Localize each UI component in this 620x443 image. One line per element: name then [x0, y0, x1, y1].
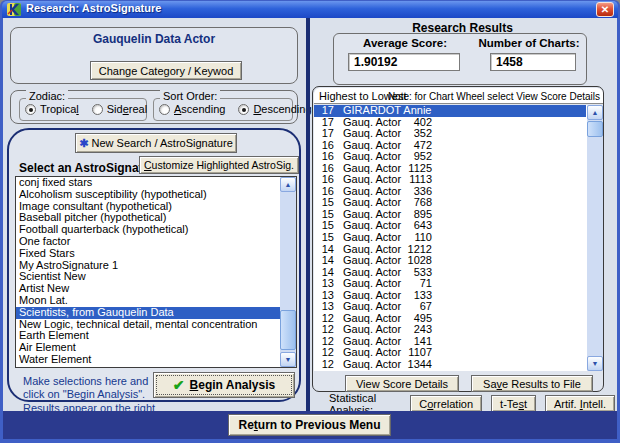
zodiac-sort-groupbox: Zodiac: TropicalSidereal Sort Order: Asc…: [10, 90, 298, 124]
sort-order-label: Sort Order:: [160, 90, 220, 102]
radio-sort-ascending[interactable]: Ascending: [159, 103, 225, 115]
astrosignature-listbox[interactable]: conj fixed starsAlcoholism susceptibilit…: [15, 176, 297, 368]
dialog-body: Gauquelin Data Actor Change Category / K…: [3, 18, 617, 411]
bottom-bar: Return to Previous Menu: [3, 411, 617, 439]
radio-zodiac-sidereal[interactable]: Sidereal: [92, 103, 147, 115]
app-icon: [7, 3, 21, 16]
result-score: 14: [314, 255, 334, 267]
number-of-charts-label: Number of Charts:: [474, 37, 584, 49]
results-scrollbar[interactable]: ▲ ▼: [587, 105, 603, 371]
astrosig-list-item[interactable]: Water Element: [16, 354, 280, 366]
panel-divider: [306, 18, 310, 411]
result-row[interactable]: 14Gauq. Actor1028: [314, 255, 586, 267]
begin-analysis-button[interactable]: ✔Begin Analysis: [153, 372, 295, 398]
stat-button-correlation[interactable]: Correlation: [410, 395, 482, 412]
radio-sort-descending[interactable]: Descending: [238, 103, 311, 115]
results-note-label: Note: for Chart Wheel select View Score …: [388, 91, 600, 102]
astrosig-list-item[interactable]: My AstroSignature 1: [16, 260, 280, 272]
new-search-label: New Search / AstroSignature: [92, 137, 233, 149]
view-score-details-button[interactable]: View Score Details: [345, 375, 459, 392]
save-results-button[interactable]: Save Results to File: [471, 375, 593, 392]
scroll-down-icon[interactable]: ▼: [280, 352, 296, 367]
average-score-label: Average Score:: [344, 37, 466, 49]
titlebar[interactable]: Research: AstroSignature ✕: [2, 1, 618, 18]
result-number: 1028: [403, 255, 432, 267]
result-name: Gauq. Actor: [343, 151, 403, 163]
astrosig-list-item[interactable]: Artist New: [16, 283, 280, 295]
result-number: 352: [403, 128, 432, 140]
result-number: 110: [403, 232, 432, 244]
average-score-field[interactable]: 1.90192: [348, 53, 460, 71]
number-of-charts-field[interactable]: 1458: [490, 53, 576, 71]
result-name: Gauq. Actor: [343, 232, 403, 244]
asterisk-icon: ✱: [79, 137, 88, 149]
begin-analysis-label: Begin Analysis: [190, 378, 276, 392]
close-icon[interactable]: ✕: [596, 2, 614, 17]
radio-label: Ascending: [174, 103, 225, 115]
astrosig-list-item[interactable]: Moon Lat.: [16, 295, 280, 307]
return-to-previous-menu-button[interactable]: Return to Previous Menu: [228, 414, 391, 436]
result-score: 17: [314, 128, 334, 140]
radio-icon[interactable]: [25, 104, 36, 115]
statistical-analysis-row: Statistical Analysis: Correlationt-TestA…: [315, 395, 615, 412]
result-number: 1344: [403, 359, 432, 371]
results-header: Highest to Lowest Note: for Chart Wheel …: [314, 88, 603, 104]
radio-zodiac-tropical[interactable]: Tropical: [25, 103, 79, 115]
category-groupbox: Gauquelin Data Actor Change Category / K…: [10, 27, 298, 84]
result-score: 15: [314, 232, 334, 244]
astrosig-list-item[interactable]: Alcoholism susceptibility (hypothetical): [16, 189, 280, 201]
radio-icon[interactable]: [159, 104, 170, 115]
astrosig-list-item[interactable]: New Logic, technical detail, mental conc…: [16, 319, 280, 331]
radio-icon[interactable]: [92, 104, 103, 115]
scroll-down-icon[interactable]: ▼: [587, 356, 603, 371]
astrosig-list-item[interactable]: conj fixed stars: [16, 177, 280, 189]
instructions-note: Make selections here and click on "Begin…: [23, 375, 163, 415]
stats-buttons: Correlationt-TestArtif. Intell.: [410, 395, 615, 412]
category-title: Gauquelin Data Actor: [11, 32, 297, 46]
astrosig-list-item[interactable]: Earth Element: [16, 330, 280, 342]
new-search-button[interactable]: ✱ New Search / AstroSignature: [75, 133, 237, 153]
scrollbar-thumb[interactable]: [280, 310, 296, 350]
score-summary-groupbox: Average Score: 1.90192 Number of Charts:…: [333, 33, 587, 85]
scroll-up-icon[interactable]: ▲: [587, 105, 603, 120]
zodiac-label: Zodiac:: [26, 90, 68, 102]
result-name: Gauq. Actor: [343, 255, 403, 267]
radio-label: Descending: [253, 103, 311, 115]
result-row[interactable]: 17Gauq. Actor352: [314, 128, 586, 140]
result-row[interactable]: 15Gauq. Actor110: [314, 232, 586, 244]
results-listbox[interactable]: 17GIRARDOT Annie17Gauq. Actor40217Gauq. …: [314, 105, 603, 371]
result-score: 12: [314, 359, 334, 371]
astrosig-list-item[interactable]: Image consultant (hypothetical): [16, 201, 280, 213]
result-row[interactable]: 12Gauq. Actor1344: [314, 359, 586, 371]
stat-button-artif-intell-[interactable]: Artif. Intell.: [545, 395, 615, 412]
astrosig-list-item[interactable]: Air Element: [16, 342, 280, 354]
astrosignature-groupbox: ✱ New Search / AstroSignature Select an …: [7, 128, 301, 402]
scrollbar-thumb[interactable]: [587, 121, 603, 137]
result-row[interactable]: 17GIRARDOT Annie: [314, 105, 586, 117]
scroll-up-icon[interactable]: ▲: [280, 177, 296, 192]
result-name: Gauq. Actor: [343, 359, 403, 371]
window-title: Research: AstroSignature: [26, 2, 161, 14]
result-number: 952: [403, 151, 432, 163]
results-groupbox: Highest to Lowest Note: for Chart Wheel …: [312, 86, 604, 392]
zodiac-options: TropicalSidereal: [25, 103, 147, 115]
astrosig-scrollbar[interactable]: ▲ ▼: [280, 177, 296, 367]
stat-button-t-test[interactable]: t-Test: [491, 395, 536, 412]
result-score: 17: [314, 105, 334, 117]
zodiac-group: Zodiac: TropicalSidereal: [19, 98, 147, 121]
app-window: Research: AstroSignature ✕ Gauquelin Dat…: [0, 0, 620, 443]
radio-label: Tropical: [40, 103, 79, 115]
astrosig-list-item[interactable]: Baseball pitcher (hypothetical): [16, 212, 280, 224]
astrosig-list-item[interactable]: Scientist New: [16, 271, 280, 283]
result-score: 16: [314, 151, 334, 163]
astrosig-list-item[interactable]: One factor: [16, 236, 280, 248]
astrosig-list-item[interactable]: Fixed Stars: [16, 248, 280, 260]
sort-order-group: Sort Order: AscendingDescending: [153, 98, 293, 121]
result-row[interactable]: 16Gauq. Actor952: [314, 151, 586, 163]
customize-highlighted-button[interactable]: Customize Highlighted AstroSig.: [139, 156, 299, 174]
astrosig-list-item[interactable]: Scientists, from Gauquelin Data: [16, 307, 280, 319]
radio-icon[interactable]: [238, 104, 249, 115]
result-name: Gauq. Actor: [343, 128, 403, 140]
astrosig-list-item[interactable]: Football quarterback (hypothetical): [16, 224, 280, 236]
change-category-keyword-button[interactable]: Change Category / Keywod: [90, 61, 242, 80]
